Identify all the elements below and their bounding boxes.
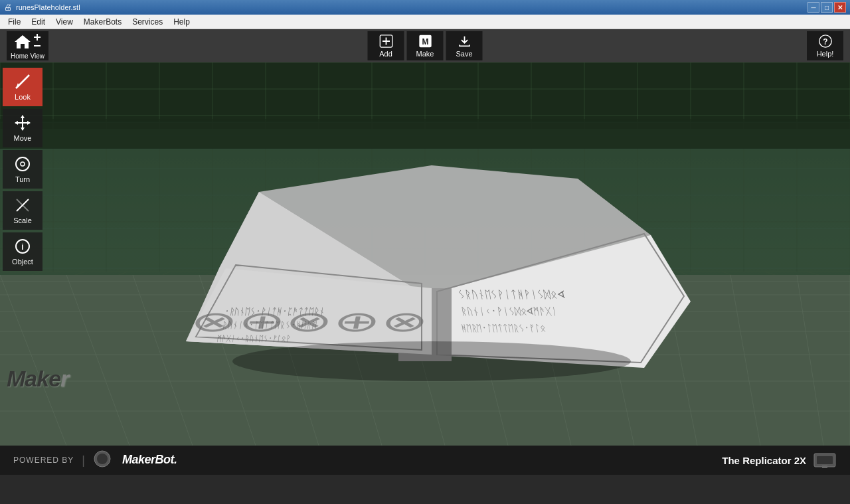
- make-icon: M: [418, 34, 432, 48]
- menu-bar: File Edit View MakerBots Services Help: [0, 15, 850, 29]
- powered-by-text: POWERED BY: [13, 456, 74, 465]
- svg-text:ᚱᚢᚾᛁᚲ᛫ᛚᛖᛏᛏᛖᚱᛊ᛫ᚻᛖᚱᛖ: ᚱᚢᚾᛁᚲ᛫ᛚᛖᛏᛏᛖᚱᛊ᛫ᚻᛖᚱᛖ: [221, 320, 317, 330]
- svg-marker-13: [27, 121, 31, 125]
- turn-icon: [14, 155, 31, 173]
- svg-marker-50: [0, 119, 850, 149]
- menu-edit[interactable]: Edit: [26, 16, 50, 28]
- object-icon: i: [14, 238, 31, 255]
- title-bar: 🖨 runesPlateholder.stl ─ □ ✕: [0, 0, 850, 15]
- save-label: Save: [456, 50, 472, 58]
- svg-text:ᚱᚢᚾᛁᚲ᛫ᚹᛁᛊᛞᛟᗏᛗᚫᚷᛁ: ᚱᚢᚾᛁᚲ᛫ᚹᛁᛊᛞᛟᗏᛗᚫᚷᛁ: [460, 306, 558, 317]
- svg-point-66: [232, 341, 631, 381]
- object-tool-button[interactable]: i Object: [3, 232, 42, 271]
- zoom-out-icon: [33, 42, 41, 50]
- look-tool-button[interactable]: Look: [3, 68, 42, 106]
- svg-marker-10: [21, 115, 25, 118]
- save-icon: [457, 34, 471, 48]
- home-view-label: Home View: [11, 52, 44, 60]
- look-icon: [14, 73, 31, 90]
- move-label: Move: [14, 134, 32, 142]
- turn-label: Turn: [15, 175, 30, 183]
- turn-tool-button[interactable]: Turn: [3, 150, 42, 189]
- move-icon: [14, 114, 31, 131]
- svg-text:ᛊᚱᚢᚾᛖᛊᚹᛁᛏᚻᚹᛁᛊᛞᛟᗏ: ᛊᚱᚢᚾᛖᛊᚹᛁᛏᚻᚹᛁᛊᛞᛟᗏ: [457, 289, 566, 300]
- device-icon: [813, 451, 837, 469]
- close-button[interactable]: ✕: [834, 2, 846, 13]
- svg-point-68: [97, 454, 108, 464]
- menu-services[interactable]: Services: [127, 16, 168, 28]
- bottom-left: POWERED BY | MakerBot.: [13, 450, 186, 471]
- menu-help[interactable]: Help: [168, 16, 195, 28]
- svg-text:?: ?: [823, 37, 827, 46]
- viewport[interactable]: Look Move Turn Scale: [0, 62, 850, 446]
- menu-makerbots[interactable]: MakerBots: [78, 16, 127, 28]
- svg-text:M: M: [422, 37, 428, 46]
- object-label: Object: [12, 258, 33, 266]
- bottom-bar: POWERED BY | MakerBot. The Replicator 2X: [0, 446, 850, 475]
- svg-text:᛫ᚱᚢᚾᛖᛊ᛫ᚹᛁᛏᚻ᛫ᛈᚫᛏᛏᛖᚱᚾ: ᛫ᚱᚢᚾᛖᛊ᛫ᚹᛁᛏᚻ᛫ᛈᚫᛏᛏᛖᚱᚾ: [223, 306, 325, 317]
- svg-point-14: [16, 157, 29, 171]
- add-button[interactable]: Add: [368, 31, 404, 60]
- home-view-button[interactable]: Home View: [7, 31, 48, 60]
- makerbot-logo: MakerBot.: [93, 450, 186, 468]
- brand-name: MakerBot.: [93, 450, 186, 471]
- maximize-button[interactable]: □: [821, 2, 833, 13]
- svg-rect-71: [817, 456, 833, 464]
- help-icon: ?: [818, 34, 833, 48]
- svg-text:i: i: [21, 242, 23, 252]
- bottom-right: The Replicator 2X: [722, 451, 837, 469]
- title-bar-left: 🖨 runesPlateholder.stl: [4, 3, 80, 12]
- scale-label: Scale: [13, 216, 32, 224]
- scale-icon: [14, 197, 31, 214]
- toolbar-right: ? Help!: [807, 31, 843, 60]
- zoom-in-icon: [33, 33, 41, 41]
- svg-rect-2: [34, 45, 41, 46]
- device-name: The Replicator 2X: [722, 455, 806, 466]
- svg-rect-72: [822, 465, 827, 468]
- save-button[interactable]: Save: [446, 31, 483, 60]
- menu-view[interactable]: View: [50, 16, 78, 28]
- svg-text:ᛗᚫᚷᛁᚲ᛫ᚱᚢᚾᛖᛊ᛫ᚠᛚᛟᚹ: ᛗᚫᚷᛁᚲ᛫ᚱᚢᚾᛖᛊ᛫ᚠᛚᛟᚹ: [216, 334, 292, 343]
- toolbar: Home View Add M Make Save: [0, 29, 850, 62]
- left-sidebar: Look Move Turn Scale: [0, 62, 45, 446]
- svg-text:ᚻᛖᚱᛖ᛫ᛚᛖᛏᛏᛖᚱᛊ᛫ᚠᛚᛟ: ᚻᛖᚱᛖ᛫ᛚᛖᛏᛏᛖᚱᛊ᛫ᚠᛚᛟ: [460, 323, 546, 333]
- help-button[interactable]: ? Help!: [807, 31, 843, 60]
- move-tool-button[interactable]: Move: [3, 109, 42, 147]
- help-label: Help!: [817, 50, 834, 58]
- look-label: Look: [15, 93, 31, 101]
- svg-text:MakerBot.: MakerBot.: [122, 453, 177, 466]
- make-label: Make: [416, 50, 434, 58]
- window-title: runesPlateholder.stl: [16, 3, 80, 11]
- window-icon: 🖨: [4, 3, 12, 12]
- toolbar-center: Add M Make Save: [368, 31, 483, 60]
- divider: |: [82, 454, 85, 467]
- svg-marker-11: [21, 127, 25, 131]
- add-icon: [379, 34, 393, 48]
- home-icon: [13, 33, 32, 51]
- make-button[interactable]: M Make: [407, 31, 444, 60]
- scale-tool-button[interactable]: Scale: [3, 191, 42, 230]
- title-bar-controls[interactable]: ─ □ ✕: [808, 2, 846, 13]
- svg-point-15: [21, 162, 25, 166]
- svg-marker-12: [15, 121, 18, 125]
- menu-file[interactable]: File: [3, 16, 26, 28]
- minimize-button[interactable]: ─: [808, 2, 819, 13]
- svg-rect-1: [37, 34, 38, 41]
- add-label: Add: [379, 50, 392, 58]
